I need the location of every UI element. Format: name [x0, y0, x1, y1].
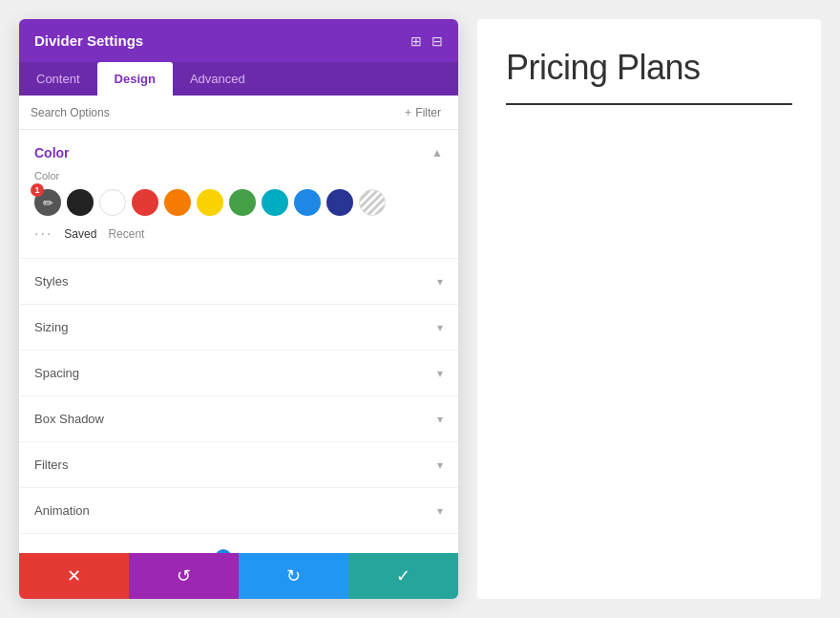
- swatch-black[interactable]: [67, 189, 94, 216]
- styles-arrow: ▾: [437, 275, 443, 288]
- redo-button[interactable]: ↻: [239, 553, 348, 599]
- save-button[interactable]: ✓: [348, 553, 458, 599]
- recent-tab[interactable]: Recent: [108, 227, 144, 241]
- styles-section-title: Styles: [34, 274, 68, 288]
- styles-section-header[interactable]: Styles ▾: [19, 259, 458, 304]
- box-shadow-section-header[interactable]: Box Shadow ▾: [19, 396, 458, 441]
- saved-tab[interactable]: Saved: [64, 227, 96, 241]
- panel-header: Divider Settings ⊞ ⊟: [19, 19, 458, 62]
- panel-header-icons: ⊞ ⊟: [410, 33, 443, 49]
- cancel-button[interactable]: ✕: [19, 553, 129, 599]
- swatch-orange[interactable]: [164, 189, 191, 216]
- reset-button[interactable]: ↺: [129, 553, 239, 599]
- plus-icon: +: [405, 105, 412, 119]
- panel-title: Divider Settings: [34, 32, 143, 49]
- animation-section-header[interactable]: Animation ▾: [19, 488, 458, 533]
- search-input[interactable]: [31, 106, 399, 119]
- color-section-header[interactable]: Color ▲: [34, 130, 443, 170]
- color-label: Color: [34, 170, 443, 181]
- panel-content: Color ▲ Color 1: [19, 130, 458, 553]
- search-bar: + Filter: [19, 96, 458, 130]
- main-container: Divider Settings ⊞ ⊟ Content Design Adva…: [0, 0, 840, 618]
- swatch-transparent[interactable]: [359, 189, 386, 216]
- box-shadow-section-title: Box Shadow: [34, 412, 104, 426]
- sizing-section-title: Sizing: [34, 320, 68, 334]
- filter-button[interactable]: + Filter: [399, 103, 447, 121]
- color-swatches: 1: [34, 189, 443, 216]
- animation-section-title: Animation: [34, 503, 90, 518]
- content-panel: Pricing Plans: [477, 19, 821, 599]
- swatch-green[interactable]: [229, 189, 256, 216]
- swatch-cyan[interactable]: [262, 189, 288, 216]
- spacing-section-title: Spacing: [34, 366, 79, 380]
- spacing-section: Spacing ▾: [19, 351, 458, 396]
- color-section: Color ▲ Color 1: [19, 130, 458, 259]
- page-title: Pricing Plans: [506, 48, 792, 88]
- color-section-arrow: ▲: [431, 146, 443, 160]
- settings-panel: Divider Settings ⊞ ⊟ Content Design Adva…: [19, 19, 458, 599]
- animation-arrow: ▾: [437, 504, 443, 518]
- spacing-arrow: ▾: [437, 367, 443, 380]
- color-section-title: Color: [34, 145, 70, 160]
- tab-design[interactable]: Design: [97, 62, 173, 96]
- filters-section: Filters ▾: [19, 442, 458, 488]
- sizing-section: Sizing ▾: [19, 305, 458, 351]
- tab-content[interactable]: Content: [19, 62, 97, 96]
- help-section: ? Help: [19, 534, 458, 553]
- swatch-red[interactable]: [132, 189, 158, 216]
- swatch-active-wrapper: 1: [34, 189, 61, 216]
- swatch-blue[interactable]: [294, 189, 321, 216]
- box-shadow-arrow: ▾: [437, 413, 443, 426]
- divider-line: [506, 103, 792, 105]
- swatch-white[interactable]: [99, 189, 126, 216]
- styles-section: Styles ▾: [19, 259, 458, 305]
- collapse-icon[interactable]: ⊟: [431, 33, 443, 49]
- filters-arrow: ▾: [437, 458, 443, 472]
- color-tabs: ··· Saved Recent: [34, 225, 443, 243]
- panel-tabs: Content Design Advanced: [19, 62, 458, 96]
- swatch-navy[interactable]: [326, 189, 353, 216]
- filter-label: Filter: [415, 106, 441, 119]
- sizing-section-header[interactable]: Sizing ▾: [19, 305, 458, 350]
- more-colors-button[interactable]: ···: [34, 225, 52, 243]
- filters-section-title: Filters: [34, 458, 68, 472]
- sizing-arrow: ▾: [437, 321, 443, 334]
- filters-section-header[interactable]: Filters ▾: [19, 442, 458, 487]
- expand-icon[interactable]: ⊞: [410, 33, 422, 49]
- box-shadow-section: Box Shadow ▾: [19, 396, 458, 442]
- swatch-yellow[interactable]: [197, 189, 223, 216]
- spacing-section-header[interactable]: Spacing ▾: [19, 351, 458, 395]
- panel-footer: ✕ ↺ ↻ ✓: [19, 553, 458, 599]
- swatch-number: 1: [31, 183, 44, 197]
- animation-section: Animation ▾: [19, 488, 458, 534]
- tab-advanced[interactable]: Advanced: [173, 62, 262, 96]
